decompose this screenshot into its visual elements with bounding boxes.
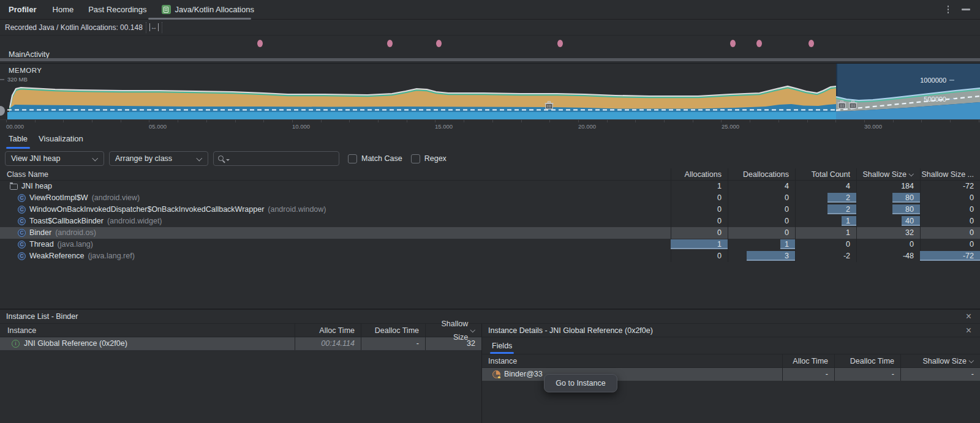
cell-value: -72 (920, 181, 980, 192)
table-row[interactable]: CThread(java.lang)11000 (0, 239, 980, 250)
minimize-icon[interactable] (962, 9, 970, 10)
instance-row[interactable]: iJNI Global Reference (0x2f0e)00:14.114-… (0, 337, 481, 350)
column-header[interactable]: Shallow Size (900, 354, 980, 367)
close-icon[interactable]: × (966, 324, 971, 337)
value-text: 0 (785, 217, 789, 225)
y-axis-label: 320 MB (7, 76, 28, 83)
view-tabs: Table Visualization (0, 130, 980, 149)
context-menu: Go to Instance (544, 374, 617, 392)
selection-y-label-500k: 500000 (924, 95, 946, 103)
cell-class-name: CBinder(android.os) (0, 227, 671, 239)
jni-reference-icon: i (12, 340, 20, 348)
kebab-menu-icon[interactable] (946, 4, 951, 15)
class-name: Thread (29, 239, 54, 250)
class-icon: C (18, 206, 26, 214)
search-options-caret[interactable] (226, 159, 230, 161)
arrange-select-value: Arrange by class (115, 154, 172, 163)
search-box[interactable] (213, 151, 339, 166)
search-input[interactable] (231, 154, 335, 163)
tab-fields[interactable]: Fields (490, 342, 514, 354)
column-header[interactable]: Alloc Time (782, 354, 834, 367)
activity-label: MainActivity (9, 50, 50, 59)
zoom-to-fit-icon[interactable] (149, 23, 159, 31)
cell-value: 0 (920, 204, 980, 215)
table-row[interactable]: CToast$CallbackBinder(android.widget)001… (0, 215, 980, 227)
package-name: (java.lang.ref) (88, 250, 134, 262)
value-text: 32 (905, 228, 914, 237)
column-header-class-name[interactable]: Class Name (0, 168, 671, 180)
cell-value: 80 (856, 192, 920, 204)
session-bar: Recorded Java / Kotlin Allocations: 00.1… (0, 20, 980, 36)
cell-shallow-size: - (900, 368, 980, 381)
event-timeline[interactable] (0, 36, 980, 51)
table-row[interactable]: CWindowOnBackInvokedDispatcher$OnBackInv… (0, 204, 980, 215)
tab-home[interactable]: Home (49, 0, 78, 20)
time-axis: 00.00005.00010.00015.00020.00025.00030.0… (0, 119, 980, 130)
arrange-select[interactable]: Arrange by class (109, 151, 208, 166)
time-axis-label: 20.000 (578, 123, 596, 130)
class-icon: C (18, 252, 26, 260)
range-handle[interactable] (0, 106, 5, 116)
column-header-instance[interactable]: Instance (482, 354, 782, 367)
cell-value: 0 (920, 239, 980, 250)
package-name: (android.widget) (107, 215, 162, 227)
column-header[interactable]: Deallocations (728, 168, 795, 180)
table-row[interactable]: CViewRootImpl$W(android.view)002800 (0, 192, 980, 204)
table-toolbar: View JNI heap Arrange by class Match Cas… (0, 149, 980, 168)
column-header[interactable]: Allocations (671, 168, 728, 180)
selection-region[interactable]: 1000000 500000 (836, 64, 980, 120)
heap-select[interactable]: View JNI heap (5, 151, 104, 166)
separator (162, 22, 162, 33)
tab-past-recordings[interactable]: Past Recordings (85, 0, 150, 20)
cell-value: 0 (671, 204, 728, 215)
tab-java-kotlin-allocations[interactable]: Java/Kotlin Allocations (158, 0, 258, 20)
value-text: 0 (970, 205, 974, 214)
value-magnitude-bar (827, 204, 856, 214)
regex-checkbox[interactable] (411, 154, 420, 163)
table-row[interactable]: CBinder(android.os)001320 (0, 227, 980, 239)
column-header-label: Alloc Time (793, 354, 828, 368)
search-icon (217, 155, 225, 163)
column-header-label: Dealloc Time (850, 354, 894, 368)
selection-y-label-1m: 1000000 (920, 77, 946, 84)
field-icon (492, 370, 500, 378)
column-header[interactable]: Shallow Size (856, 168, 920, 180)
column-header[interactable]: Total Count (795, 168, 856, 180)
match-case-checkbox[interactable] (348, 154, 357, 163)
event-dot (387, 40, 393, 47)
close-icon[interactable]: × (966, 310, 971, 323)
cell-class-name: CViewRootImpl$W(android.view) (0, 192, 671, 204)
column-header[interactable]: Alloc Time (295, 324, 361, 337)
cell-value: 1 (671, 181, 728, 192)
event-dot (809, 40, 814, 47)
regex-option[interactable]: Regex (411, 154, 447, 163)
match-case-option[interactable]: Match Case (348, 154, 402, 163)
column-header[interactable]: Dealloc Time (834, 354, 900, 367)
tab-profiler[interactable]: Profiler (5, 0, 40, 20)
sort-chevron-icon (909, 172, 914, 177)
match-case-label: Match Case (361, 154, 402, 163)
cell-class-name: CThread(java.lang) (0, 239, 671, 250)
cell-class-name: JNI heap (0, 181, 671, 192)
column-header[interactable]: Dealloc Time (361, 324, 425, 337)
cell-value: 0 (671, 250, 728, 262)
column-header[interactable]: Shallow Size ... (920, 168, 980, 180)
column-header-label: Allocations (685, 168, 722, 181)
column-header-label: Shallow Size (862, 168, 907, 181)
event-dot (756, 40, 762, 47)
table-row[interactable]: CWeakReference(java.lang.ref)03-2-48-72 (0, 250, 980, 262)
column-header-instance[interactable]: Instance (0, 324, 295, 337)
memory-chart[interactable]: 1000000 500000 MEMORY 320 MB (0, 63, 980, 119)
context-menu-item-go-to-instance[interactable]: Go to Instance (556, 379, 605, 387)
tab-visualization[interactable]: Visualization (36, 130, 86, 149)
column-header[interactable]: Shallow Size (425, 324, 481, 337)
class-name: WeakReference (29, 250, 84, 262)
memory-chart-canvas[interactable]: 1000000 500000 (0, 64, 980, 120)
tab-table[interactable]: Table (6, 130, 30, 149)
value-text: 80 (905, 205, 914, 214)
value-text: -2 (843, 252, 850, 260)
cell-value: 1 (795, 227, 856, 239)
table-row[interactable]: JNI heap144184-72 (0, 181, 980, 192)
value-text: 0 (910, 240, 914, 249)
value-text: 0 (785, 193, 789, 202)
